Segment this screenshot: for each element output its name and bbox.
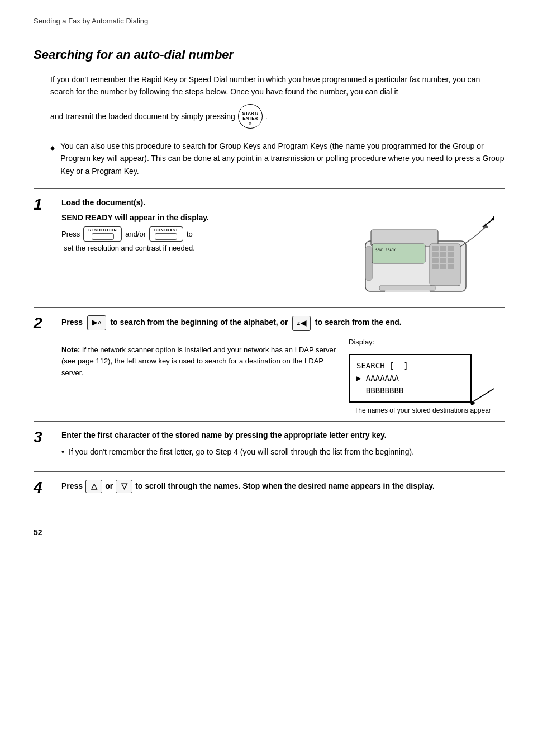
intro-paragraph1: If you don't remember the Rapid Key or S…: [50, 73, 505, 98]
display-line-1: SEARCH [ ]: [356, 360, 464, 372]
svg-rect-8: [448, 252, 454, 257]
display-area: SEARCH [ ] ▶ AAAAAAA BBBBBBBB: [349, 348, 472, 403]
svg-rect-10: [440, 258, 446, 263]
step2-press-text: Press: [61, 318, 83, 327]
step2-part3: to search from the end.: [315, 318, 402, 327]
step-3-number: 3: [34, 429, 61, 445]
step-2-note: Note: If the network scanner option is i…: [61, 344, 337, 385]
svg-rect-11: [448, 258, 454, 263]
bullet-note-text: You can also use this procedure to searc…: [60, 140, 505, 177]
display-line-2: ▶ AAAAAAA: [356, 372, 464, 384]
step2-key-z: Z◀: [292, 316, 311, 331]
period: .: [265, 110, 268, 122]
svg-rect-3: [432, 246, 439, 251]
step-1-header: 1 Load the document(s). SEND READY will …: [34, 189, 505, 307]
arrow-down-key-icon: ▽: [116, 480, 132, 493]
svg-rect-4: [440, 246, 446, 251]
arrow-up-key-icon: △: [85, 480, 102, 493]
step-2-body: Note: If the network scanner option is i…: [61, 338, 505, 415]
step-4-block: 4 Press △ or ▽ to scroll through the nam…: [34, 471, 505, 511]
step-2-content: Press ▶A to search from the beginning of…: [61, 315, 505, 415]
svg-rect-15: [372, 244, 425, 263]
step-3-bullet-text: If you don't remember the first letter, …: [69, 446, 414, 458]
step-4-header: 4 Press △ or ▽ to scroll through the nam…: [34, 472, 505, 511]
step-3-header: 3 Enter the first character of the store…: [34, 422, 505, 471]
step-2-number: 2: [34, 315, 61, 331]
breadcrumb: Sending a Fax by Automatic Dialing: [34, 17, 505, 25]
step-4-content: Press △ or ▽ to scroll through the names…: [61, 480, 505, 505]
step-2-note-text: If the network scanner option is install…: [61, 346, 336, 377]
step-1-set-text: set the resolution and contrast if neede…: [64, 244, 337, 252]
svg-rect-14: [448, 264, 454, 269]
cursor-arrow-icon: [469, 383, 502, 405]
svg-rect-7: [440, 252, 446, 257]
step-4-number: 4: [34, 480, 61, 495]
step-1-title: Load the document(s).: [61, 197, 505, 209]
fax-machine-illustration: SEND READY: [349, 213, 494, 300]
step-2-right: Display: SEARCH [ ] ▶ AAAAAAA BBBBBBBB: [349, 338, 505, 415]
step-1-to: to: [187, 230, 193, 238]
display-box: SEARCH [ ] ▶ AAAAAAA BBBBBBBB: [349, 354, 472, 403]
step-1-press-line: Press RESOLUTION and/or CONTRAST to: [61, 226, 337, 242]
step-4-title: Press △ or ▽ to scroll through the names…: [61, 480, 505, 493]
step-1-number: 1: [34, 197, 61, 212]
step-1-body: SEND READY will appear in the display. P…: [61, 213, 505, 301]
svg-rect-13: [440, 264, 446, 269]
diamond-icon: ♦: [50, 141, 55, 177]
bullet-note: ♦ You can also use this procedure to sea…: [50, 140, 505, 177]
step-1-right: SEND READY: [349, 213, 505, 301]
step2-part2: to search from the beginning of the alph…: [110, 318, 288, 327]
svg-rect-21: [365, 247, 372, 280]
contrast-key: CONTRAST: [149, 226, 183, 242]
svg-rect-17: [385, 290, 430, 292]
resolution-key: RESOLUTION: [83, 226, 122, 242]
step-3-bullet: • If you don't remember the first letter…: [61, 446, 505, 458]
display-label: Display:: [349, 338, 505, 346]
step-1-press-text: Press: [61, 230, 80, 238]
display-caption: The names of your stored destinations ap…: [354, 406, 505, 415]
intro-paragraph2: and transmit the loaded document by simp…: [50, 110, 235, 122]
step2-key-a: ▶A: [87, 315, 106, 330]
step-1-left: SEND READY will appear in the display. P…: [61, 213, 337, 301]
section-title: Searching for an auto-dial number: [34, 48, 505, 62]
svg-rect-12: [432, 264, 439, 269]
step-2-header: 2 Press ▶A to search from the beginning …: [34, 308, 505, 421]
svg-rect-9: [432, 258, 439, 263]
step-2-left: Note: If the network scanner option is i…: [61, 338, 337, 415]
step-3-block: 3 Enter the first character of the store…: [34, 421, 505, 471]
step-1-content: Load the document(s). SEND READY will ap…: [61, 197, 505, 301]
step-4-part2: or: [105, 480, 113, 492]
svg-rect-16: [379, 286, 435, 290]
page-number: 52: [34, 528, 505, 537]
step-2-block: 2 Press ▶A to search from the beginning …: [34, 307, 505, 421]
svg-rect-5: [448, 246, 454, 251]
start-enter-button-icon: START/ENTER: [238, 104, 263, 129]
step-1-block: 1 Load the document(s). SEND READY will …: [34, 188, 505, 307]
step-4-part1: Press: [61, 480, 83, 492]
step-1-subtitle: SEND READY will appear in the display.: [61, 213, 337, 222]
step-3-content: Enter the first character of the stored …: [61, 429, 505, 466]
step-3-title: Enter the first character of the stored …: [61, 429, 505, 441]
svg-rect-6: [432, 252, 439, 257]
step-4-part3: to scroll through the names. Stop when t…: [135, 480, 435, 492]
step-2-note-label: Note:: [61, 346, 80, 354]
svg-text:SEND READY: SEND READY: [375, 248, 396, 252]
bullet-dot-icon: •: [61, 446, 64, 458]
intro-inline: and transmit the loaded document by simp…: [50, 104, 505, 129]
display-line-3: BBBBBBBB: [356, 384, 464, 396]
step-1-andor: and/or: [125, 230, 146, 238]
step-2-title: Press ▶A to search from the beginning of…: [61, 315, 505, 331]
